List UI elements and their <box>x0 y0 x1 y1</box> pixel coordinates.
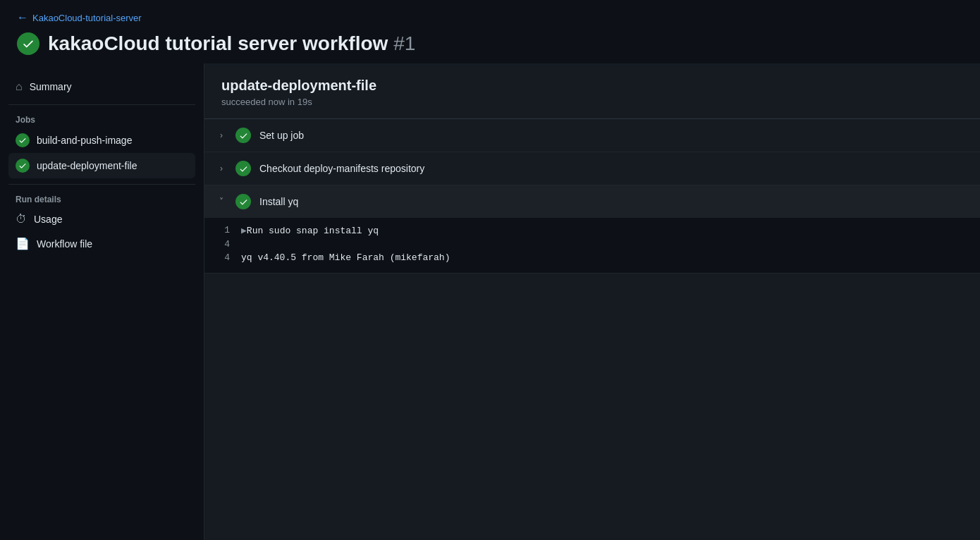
run-number: #1 <box>393 32 415 54</box>
log-lines-container: 1 ▶Run sudo snap install yq 4 4 <box>216 223 969 264</box>
job-label-build: build-and-push-image <box>37 135 132 146</box>
chevron-right-icon-2: › <box>216 164 227 173</box>
sidebar-job-update-deployment-file[interactable]: update-deployment-file <box>8 153 195 178</box>
sidebar-divider-1 <box>8 104 195 105</box>
sidebar-job-build-and-push-image[interactable]: build-and-push-image <box>8 128 195 153</box>
sidebar-summary-label: Summary <box>30 81 72 92</box>
step-status-checkout <box>235 161 251 176</box>
chevron-right-icon: › <box>216 130 227 140</box>
step-install-yq-logs: 1 ▶Run sudo snap install yq 4 4 <box>204 218 980 273</box>
back-link[interactable]: ← KakaoCloud-tutorial-server <box>17 11 963 24</box>
step-set-up-job: › Set up job <box>204 119 980 152</box>
job-detail-panel: update-deployment-file succeeded now in … <box>204 63 980 540</box>
step-name-install-yq: Install yq <box>259 196 298 207</box>
step-name-checkout: Checkout deploy-manifests repository <box>259 163 424 174</box>
back-arrow-icon: ← <box>17 11 28 24</box>
usage-label: Usage <box>34 214 62 225</box>
job-status-badge-update <box>16 159 30 173</box>
log-line-3: 4 yq v4.40.5 from Mike Farah (mikefarah) <box>216 251 969 264</box>
step-set-up-job-header[interactable]: › Set up job <box>204 119 980 152</box>
home-icon: ⌂ <box>16 80 23 93</box>
file-icon: 📄 <box>16 237 30 250</box>
step-name-set-up-job: Set up job <box>259 130 304 141</box>
job-status-badge-build <box>16 133 30 147</box>
workflow-status-badge <box>17 32 39 55</box>
log-line-2: 4 <box>216 238 969 251</box>
sidebar-item-usage[interactable]: ⏱ Usage <box>8 207 195 231</box>
jobs-section-label: Jobs <box>8 111 195 128</box>
check-icon-step-2 <box>239 164 248 173</box>
clock-icon: ⏱ <box>16 213 27 226</box>
job-detail-title: update-deployment-file <box>221 78 963 94</box>
job-header: update-deployment-file succeeded now in … <box>204 63 980 119</box>
check-icon <box>22 37 35 50</box>
step-checkout-header[interactable]: › Checkout deploy-manifests repository <box>204 152 980 185</box>
workflow-title: kakaoCloud tutorial server workflow #1 <box>48 32 415 55</box>
sidebar-item-workflow-file[interactable]: 📄 Workflow file <box>8 231 195 256</box>
log-arrow-icon: ▶ <box>241 226 247 236</box>
job-label-update: update-deployment-file <box>37 160 137 171</box>
chevron-down-icon: ˅ <box>216 197 227 207</box>
log-line-number-1: 1 <box>216 225 230 235</box>
check-icon-step <box>239 131 248 140</box>
check-icon-small-2 <box>18 161 27 170</box>
log-line-1: 1 ▶Run sudo snap install yq <box>216 223 969 238</box>
check-icon-step-3 <box>239 197 248 207</box>
step-checkout-deploy-manifests: › Checkout deploy-manifests repository <box>204 152 980 185</box>
step-install-yq-header[interactable]: ˅ Install yq <box>204 185 980 218</box>
check-icon-small <box>18 136 27 145</box>
log-line-content-1: ▶Run sudo snap install yq <box>241 225 969 236</box>
workflow-file-label: Workflow file <box>37 238 92 250</box>
run-details-label: Run details <box>8 190 195 207</box>
back-link-label: KakaoCloud-tutorial-server <box>32 13 142 23</box>
step-install-yq: ˅ Install yq 1 <box>204 185 980 274</box>
job-detail-meta: succeeded now in 19s <box>221 97 963 107</box>
step-status-install-yq <box>235 194 251 209</box>
sidebar: ⌂ Summary Jobs build-and-push-image <box>0 63 204 540</box>
log-line-content-3: yq v4.40.5 from Mike Farah (mikefarah) <box>241 252 969 263</box>
log-line-number-2: 4 <box>216 239 230 250</box>
log-line-number-3: 4 <box>216 252 230 263</box>
sidebar-item-summary[interactable]: ⌂ Summary <box>8 75 195 99</box>
step-status-set-up-job <box>235 128 251 143</box>
steps-list: › Set up job › <box>204 119 980 540</box>
sidebar-divider-2 <box>8 184 195 185</box>
